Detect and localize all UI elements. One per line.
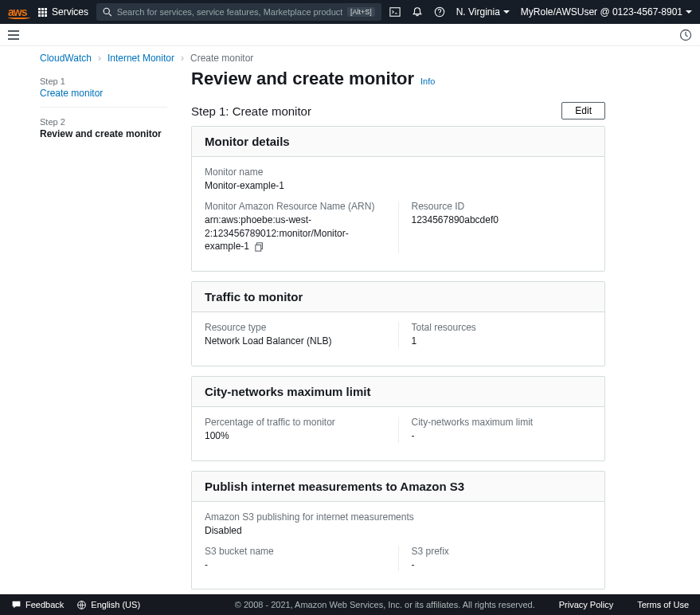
traffic-percentage-value: 100% [205, 429, 385, 443]
wizard-step-1[interactable]: Step 1 Create monitor [40, 72, 167, 108]
svg-rect-7 [256, 245, 261, 252]
search-icon [103, 6, 112, 18]
account-label: MyRole/AWSUser @ 0123-4567-8901 [521, 6, 682, 18]
step-title: Review and create monitor [40, 128, 167, 139]
sub-navigation [0, 24, 700, 46]
breadcrumb-internet-monitor[interactable]: Internet Monitor [108, 53, 174, 64]
panel-header: City-networks maximum limit [192, 377, 604, 407]
aws-logo[interactable]: aws [8, 6, 30, 19]
chevron-right-icon: › [98, 53, 101, 64]
field-label: Amazon S3 publishing for internet measur… [205, 511, 592, 523]
panel-header: Monitor details [192, 127, 604, 157]
info-link[interactable]: Info [420, 76, 435, 86]
s3-bucket-value: - [205, 558, 385, 572]
step-label: Step 2 [40, 117, 167, 127]
search-shortcut: [Alt+S] [347, 7, 375, 17]
step-heading: Step 1: Create monitor [191, 104, 311, 118]
account-menu[interactable]: MyRole/AWSUser @ 0123-4567-8901 [521, 6, 692, 18]
services-label: Services [52, 6, 88, 18]
breadcrumb-cloudwatch[interactable]: CloudWatch [40, 53, 92, 64]
privacy-policy-link[interactable]: Privacy Policy [559, 600, 613, 609]
svg-line-1 [109, 14, 111, 16]
speech-bubble-icon [11, 600, 22, 610]
svg-point-4 [439, 14, 440, 15]
city-networks-panel: City-networks maximum limit Percentage o… [191, 376, 605, 461]
field-label: S3 prefix [412, 546, 592, 557]
field-label: Resource ID [412, 201, 592, 212]
field-label: City-networks maximum limit [412, 417, 592, 428]
feedback-link[interactable]: Feedback [11, 600, 64, 610]
field-label: Monitor name [205, 166, 592, 178]
services-menu[interactable]: Services [38, 6, 88, 18]
step-title: Create monitor [40, 88, 167, 99]
terms-of-use-link[interactable]: Terms of Use [637, 600, 689, 609]
wizard-step-2: Step 2 Review and create monitor [40, 112, 167, 147]
region-selector[interactable]: N. Virginia [456, 6, 510, 18]
field-label: S3 bucket name [205, 546, 385, 557]
s3-publishing-value: Disabled [205, 524, 592, 538]
panel-header: Traffic to monitor [192, 282, 604, 312]
language-selector[interactable]: English (US) [76, 600, 140, 610]
footer: Feedback English (US) © 2008 - 2021, Ama… [0, 594, 700, 615]
panel-header: Publish internet measurements to Amazon … [192, 472, 604, 502]
monitor-arn-value: arn:aws:phoebe:us-west-2:123456789012:mo… [205, 213, 385, 253]
field-label: Resource type [205, 322, 385, 333]
clock-icon[interactable] [679, 29, 692, 41]
total-resources-value: 1 [412, 335, 592, 348]
breadcrumb: CloudWatch › Internet Monitor › Create m… [0, 46, 700, 64]
notifications-icon[interactable] [412, 6, 423, 18]
field-label: Monitor Amazon Resource Name (ARN) [205, 201, 385, 212]
top-navigation: aws Services [Alt+S] N. Virginia MyRole/… [0, 0, 700, 24]
resource-type-value: Network Load Balancer (NLB) [205, 335, 385, 348]
chevron-down-icon [686, 10, 692, 14]
search-input[interactable] [117, 7, 342, 17]
monitor-details-panel: Monitor details Monitor name Monitor-exa… [191, 126, 605, 272]
monitor-name-value: Monitor-example-1 [205, 179, 592, 193]
city-networks-limit-value: - [412, 429, 592, 443]
chevron-right-icon: › [181, 53, 184, 64]
s3-prefix-value: - [412, 558, 592, 572]
s3-publish-panel: Publish internet measurements to Amazon … [191, 471, 605, 590]
field-label: Percentage of traffic to monitor [205, 417, 385, 428]
chevron-down-icon [503, 10, 510, 14]
svg-point-0 [104, 8, 109, 14]
wizard-steps: Step 1 Create monitor Step 2 Review and … [40, 69, 167, 615]
help-icon[interactable] [434, 6, 445, 18]
search-bar[interactable]: [Alt+S] [96, 3, 381, 21]
side-panel-toggle[interactable] [8, 30, 19, 40]
cloudshell-icon[interactable] [389, 6, 401, 18]
region-label: N. Virginia [456, 6, 500, 18]
copyright: © 2008 - 2021, Amazon Web Services, Inc.… [235, 600, 535, 609]
svg-rect-2 [390, 8, 400, 17]
edit-button[interactable]: Edit [561, 102, 605, 119]
step-label: Step 1 [40, 76, 167, 86]
resource-id-value: 1234567890abcdef0 [412, 213, 592, 227]
page-title: Review and create monitor Info [191, 69, 605, 89]
content: Review and create monitor Info Step 1: C… [191, 69, 605, 615]
globe-icon [76, 600, 87, 610]
traffic-panel: Traffic to monitor Resource type Network… [191, 281, 605, 366]
breadcrumb-current: Create monitor [190, 53, 253, 64]
copy-icon[interactable] [255, 242, 264, 252]
field-label: Total resources [412, 322, 592, 333]
grid-icon [38, 8, 47, 17]
